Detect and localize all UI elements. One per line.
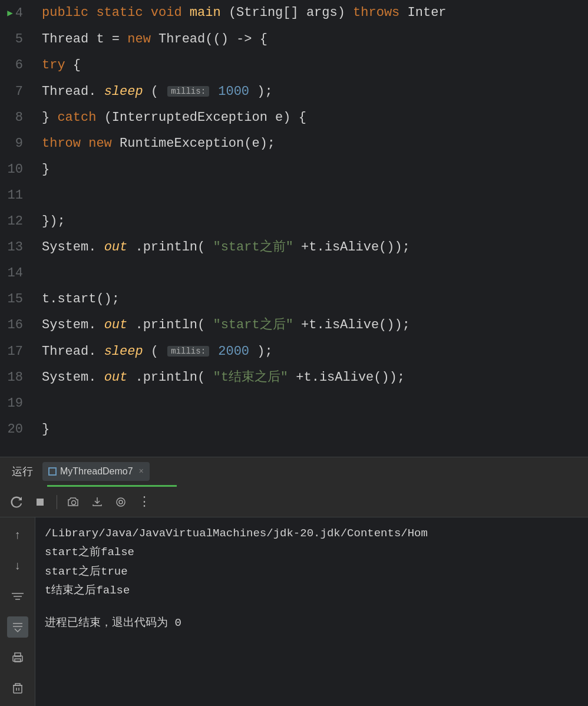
hint-millis-17: millis: — [167, 346, 209, 357]
code-line-12-text: }); — [32, 209, 588, 235]
string-start-before-13: "start之前" — [213, 240, 293, 255]
code-line-10: 10 } — [0, 157, 588, 183]
code-line-11: 11 — [0, 183, 588, 209]
run-arrow-icon[interactable]: ▶ — [7, 1, 13, 27]
code-line-9-text: throw new RuntimeException(e); — [32, 131, 588, 157]
code-line-16-text: System. out .println( "start之后" +t.isAli… — [32, 312, 588, 338]
console-line-start-after: start之后true — [45, 563, 579, 580]
code-line-17: 17 Thread. sleep ( millis: 2000 ); — [0, 338, 588, 365]
code-line-7: 7 Thread. sleep ( millis: 1000 ); — [0, 78, 588, 105]
svg-rect-11 — [15, 659, 21, 662]
field-out-16: out — [104, 318, 128, 332]
line-number-18: 18 — [0, 365, 32, 391]
line-number-14: 14 — [0, 260, 32, 286]
line-number-5: 5 — [0, 27, 32, 52]
code-line-5: 5 Thread t = new Thread(() -> { — [0, 27, 588, 52]
code-line-14: 14 — [0, 260, 588, 286]
tab-bar: 运行 MyThreadDemo7 × — [0, 457, 588, 485]
scroll-to-end-button[interactable] — [7, 616, 28, 638]
line-number-4: ▶ 4 — [0, 1, 32, 27]
stop-button[interactable] — [31, 493, 49, 512]
value-1000: 1000 — [218, 84, 249, 99]
svg-point-3 — [119, 500, 123, 504]
line-number-19: 19 — [0, 391, 32, 417]
code-line-6-text: try { — [32, 52, 588, 78]
code-line-13: 13 System. out .println( "start之前" +t.is… — [0, 235, 588, 260]
code-line-8: 8 } catch (InterruptedException e) { — [0, 105, 588, 131]
console-line-path: /Library/Java/JavaVirtualMachines/jdk-20… — [45, 524, 579, 542]
tab-run-label: 运行 — [7, 462, 38, 481]
console-line-exit: 进程已结束，退出代码为 0 — [45, 614, 579, 632]
more-button[interactable]: ⋮ — [135, 493, 154, 512]
console-output: ↑ ↓ — [0, 517, 588, 706]
clear-button[interactable] — [7, 678, 28, 699]
line-number-15: 15 — [0, 286, 32, 312]
code-line-17-text: Thread. sleep ( millis: 2000 ); — [32, 338, 588, 365]
console-sidebar: ↑ ↓ — [0, 517, 35, 706]
svg-point-2 — [117, 498, 125, 506]
field-out-13: out — [104, 240, 128, 255]
rerun-button[interactable] — [7, 493, 26, 512]
field-out-18: out — [104, 370, 128, 385]
keyword-void: void — [151, 5, 182, 20]
screenshot-button[interactable] — [64, 493, 83, 512]
code-line-20: 20 } — [0, 417, 588, 443]
console-text-area: /Library/Java/JavaVirtualMachines/jdk-20… — [35, 517, 588, 706]
keyword-throw: throw — [42, 136, 81, 151]
line-number-12: 12 — [0, 209, 32, 235]
code-line-6: 6 try { — [0, 52, 588, 78]
value-2000: 2000 — [218, 344, 249, 359]
code-line-8-text: } catch (InterruptedException e) { — [32, 105, 588, 131]
tab-close-button[interactable]: × — [139, 467, 144, 476]
svg-rect-0 — [37, 499, 44, 506]
wrap-button[interactable] — [111, 493, 130, 512]
code-line-10-text: } — [32, 157, 588, 183]
line-number-17: 17 — [0, 339, 32, 365]
keyword-new-9: new — [88, 136, 112, 151]
tab-class-icon — [48, 467, 57, 476]
console-line-t-end: t结束之后false — [45, 582, 579, 599]
code-line-13-text: System. out .println( "start之前" +t.isAli… — [32, 235, 588, 260]
line-number-11: 11 — [0, 183, 32, 209]
keyword-throws: throws — [353, 5, 399, 20]
tab-mythreaddemo7[interactable]: MyThreadDemo7 × — [42, 462, 150, 481]
filter-button[interactable] — [7, 586, 28, 607]
line-number-13: 13 — [0, 235, 32, 260]
code-line-15-text: t.start(); — [32, 286, 588, 312]
keyword-public: public — [42, 5, 88, 20]
string-start-after-16: "start之后" — [213, 318, 293, 332]
keyword-try: try — [42, 58, 65, 72]
code-line-4: ▶ 4 public static void main (String[] ar… — [0, 0, 588, 27]
line-number-16: 16 — [0, 312, 32, 338]
line-number-9: 9 — [0, 131, 32, 157]
print-button[interactable] — [7, 647, 28, 668]
method-sleep-7: sleep — [104, 84, 143, 99]
line-number-10: 10 — [0, 157, 32, 183]
code-line-19: 19 — [0, 391, 588, 417]
method-sleep-17: sleep — [104, 344, 143, 359]
keyword-static: static — [96, 5, 143, 20]
code-line-20-text: } — [32, 417, 588, 443]
code-line-18-text: System. out .println( "t结束之后" +t.isAlive… — [32, 365, 588, 391]
toolbar-separator-1 — [57, 495, 57, 509]
code-line-12: 12 }); — [0, 209, 588, 235]
code-line-15: 15 t.start(); — [0, 286, 588, 312]
tab-mythreaddemo7-name: MyThreadDemo7 — [60, 466, 133, 477]
code-line-18: 18 System. out .println( "t结束之后" +t.isAl… — [0, 365, 588, 391]
method-main: main — [190, 5, 221, 20]
keyword-catch: catch — [57, 110, 96, 125]
svg-rect-12 — [14, 685, 22, 693]
scroll-down-button[interactable]: ↓ — [7, 555, 28, 576]
line-number-8: 8 — [0, 105, 32, 131]
code-line-7-text: Thread. sleep ( millis: 1000 ); — [32, 78, 588, 105]
code-content: ▶ 4 public static void main (String[] ar… — [0, 0, 588, 443]
scroll-up-button[interactable]: ↑ — [7, 524, 28, 546]
console-line-start-before: start之前false — [45, 543, 579, 561]
export-button[interactable] — [88, 493, 107, 512]
console-toolbar: ⋮ — [0, 487, 588, 517]
code-line-16: 16 System. out .println( "start之后" +t.is… — [0, 312, 588, 338]
console-line-blank — [45, 601, 579, 613]
code-editor: ▶ 4 public static void main (String[] ar… — [0, 0, 588, 457]
string-t-end-18: "t结束之后" — [213, 370, 288, 385]
svg-point-1 — [72, 500, 76, 504]
